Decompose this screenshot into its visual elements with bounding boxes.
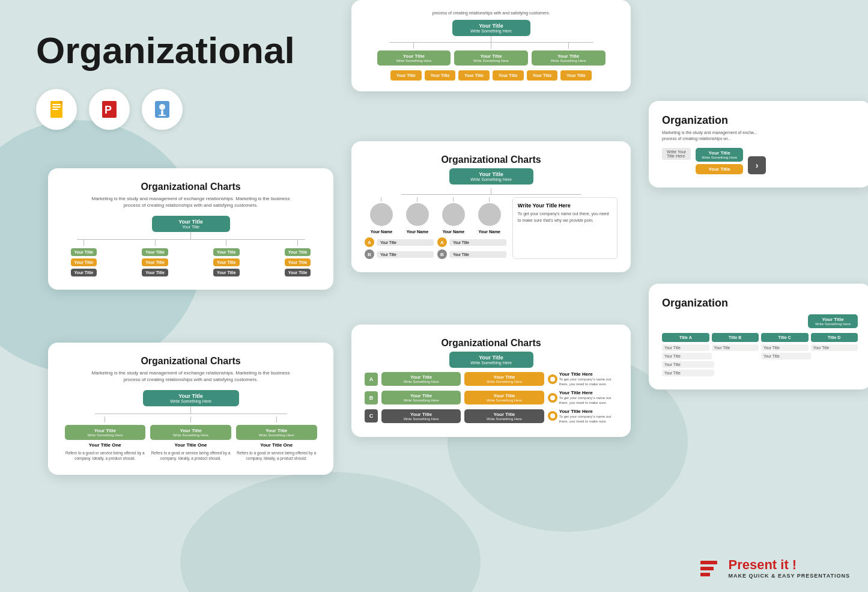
card-right1-title: Organization xyxy=(662,114,858,127)
badge-a2: A xyxy=(437,237,447,247)
svg-rect-2 xyxy=(52,104,61,105)
card1-col4: Your Title Your Title Your Title xyxy=(285,240,311,276)
card1-title: Organizational Charts xyxy=(61,182,320,192)
card-right1-subtitle: Marketing is the study and management of… xyxy=(662,130,858,142)
card5-title: Organizational Charts xyxy=(365,338,618,349)
card-right1-content: Write YourTitle Here Your Title Write So… xyxy=(662,148,858,174)
card4-avatar-row: Your Name Your Name Your Name Your Name xyxy=(365,197,506,234)
card1-columns: Your Title Your Title Your Title Your Ti… xyxy=(71,240,311,276)
card4-desc-box: Write Your Title Here To get your compan… xyxy=(512,197,618,259)
card5-row-b: B Your Title Write Something Here Your T… xyxy=(365,390,618,406)
card-right2-header-row: Title A Title B Title C Title D xyxy=(662,333,858,342)
card5-row-a: A Your Title Write Something Here Your T… xyxy=(365,371,618,387)
card2-tree: Your Title Write Something Here Your Tit… xyxy=(61,390,320,461)
card2: Organizational Charts Marketing is the s… xyxy=(48,343,333,475)
card3-children: Your Title Write Something Here Your Tit… xyxy=(377,43,605,66)
card2-col2: Your Title Write Something Here Your Tit… xyxy=(150,417,231,461)
card3-leaves: Your Title Your Title Your Title Your Ti… xyxy=(390,70,592,81)
svg-rect-14 xyxy=(700,573,710,576)
card3: process of creating relationships with a… xyxy=(351,0,631,91)
card1-subtitle: Marketing is the study and management of… xyxy=(61,195,320,209)
icon-row: P xyxy=(36,89,366,130)
logo-area: Present it ! MAKE QUICK & EASY PRESENTAT… xyxy=(699,556,850,580)
avatar4 xyxy=(478,203,501,226)
bg-blob-bottom xyxy=(180,472,481,592)
card1-col2: Your Title Your Title Your Title xyxy=(142,240,168,276)
left-panel: Organizational P xyxy=(36,30,366,151)
card1-col3: Your Title Your Title Your Title xyxy=(213,240,240,276)
card4-tree: Your Title Write Something Here xyxy=(365,168,618,195)
card4-badge-rows: A Your Title B Your Title A Your Title B xyxy=(365,237,506,259)
card2-subtitle: Marketing is the study and management of… xyxy=(61,370,320,383)
card-right2-data-rows: Your Title Your Title Your Title Your Ti… xyxy=(662,344,858,376)
card2-title: Organizational Charts xyxy=(61,356,320,367)
card1-root-title: Your Title xyxy=(164,219,218,225)
card1-vline xyxy=(190,232,191,239)
svg-rect-3 xyxy=(52,106,61,108)
svg-rect-13 xyxy=(700,567,714,570)
card4-avatars-section: Your Name Your Name Your Name Your Name xyxy=(365,197,506,259)
card5-row-c: C Your Title Write Something Here Your T… xyxy=(365,409,618,424)
powerpoint-icon[interactable]: P xyxy=(89,89,130,130)
card-right2: Organization Your Title Write Something … xyxy=(649,284,868,389)
svg-text:P: P xyxy=(105,104,112,116)
card1-tree: Your Title Your Title Your Title Your Ti… xyxy=(61,216,320,276)
card2-col1: Your Title Write Something Here Your Tit… xyxy=(65,417,146,461)
badge-b2: B xyxy=(437,249,447,259)
card3-tree: Your Title Write Something Here Your Tit… xyxy=(363,20,619,81)
card4: Organizational Charts Your Title Write S… xyxy=(351,141,631,272)
logo-icon xyxy=(699,556,723,580)
svg-point-9 xyxy=(159,104,165,110)
card4-content: Your Name Your Name Your Name Your Name xyxy=(365,197,618,259)
card1-hline xyxy=(77,239,305,240)
badge-b1: B xyxy=(365,249,374,259)
card3-top-text: process of creating relationships with a… xyxy=(363,11,619,15)
keynote-icon[interactable] xyxy=(142,89,183,130)
card5: Organizational Charts Your Title Write S… xyxy=(351,325,631,437)
card1-col1: Your Title Your Title Your Title xyxy=(71,240,97,276)
avatar1 xyxy=(370,203,393,226)
card2-col3: Your Title Write Something Here Your Tit… xyxy=(236,417,317,461)
main-title: Organizational xyxy=(36,30,366,71)
card-right1: Organization Marketing is the study and … xyxy=(649,101,868,188)
svg-rect-11 xyxy=(159,115,166,116)
card4-title: Organizational Charts xyxy=(365,154,618,165)
badge-a1: A xyxy=(365,237,374,247)
avatar3 xyxy=(442,203,465,226)
card5-rows: A Your Title Write Something Here Your T… xyxy=(365,371,618,424)
card5-tree: Your Title Write Something Here xyxy=(365,352,618,371)
card-right2-root: Your Title Write Something Here xyxy=(662,314,858,328)
card2-columns: Your Title Write Something Here Your Tit… xyxy=(65,417,317,461)
google-slides-icon[interactable] xyxy=(36,89,77,130)
card1: Organizational Charts Marketing is the s… xyxy=(48,168,333,290)
logo-brand: Present it ! xyxy=(728,557,850,573)
logo-text: Present it ! MAKE QUICK & EASY PRESENTAT… xyxy=(728,557,850,579)
logo-tagline: MAKE QUICK & EASY PRESENTATIONS xyxy=(728,573,850,579)
avatar2 xyxy=(406,203,429,226)
card-right2-title: Organization xyxy=(662,297,858,310)
card1-root-sub: Your Title xyxy=(164,225,218,229)
svg-rect-12 xyxy=(700,561,717,564)
svg-rect-4 xyxy=(52,109,58,110)
